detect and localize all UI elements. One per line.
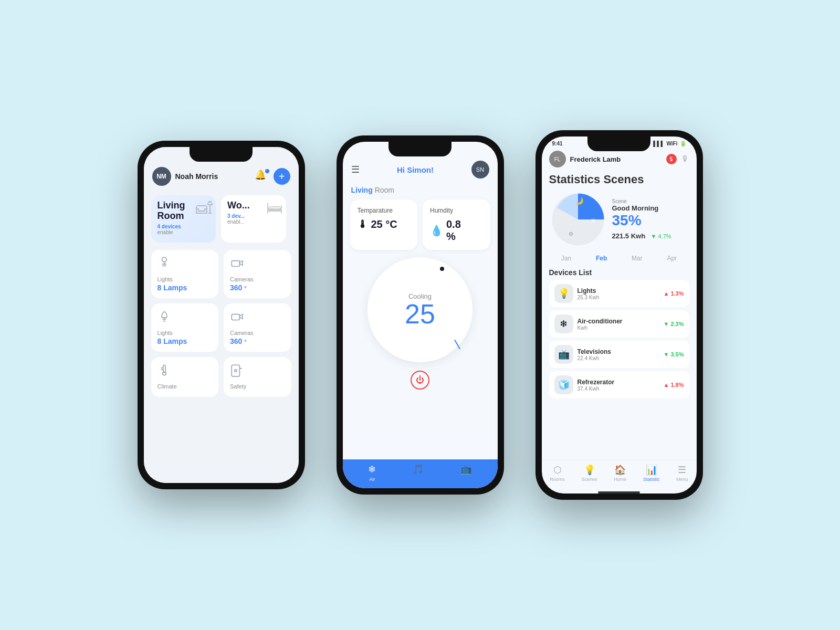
p3-status-icons: ▌▌▌ WiFi 🔋 [653, 141, 686, 146]
p2-temp-label: Temparature [358, 207, 411, 214]
p3-statistics-text: Statistics [549, 173, 604, 186]
p1-add-button[interactable]: + [274, 168, 290, 185]
p3-month-jan[interactable]: Jan [561, 255, 571, 262]
p3-nav-scenes[interactable]: 💡 Scenes [582, 464, 597, 482]
p1-avatar-initials: NM [156, 173, 166, 180]
p1-device-safety[interactable]: Safety [224, 357, 291, 397]
phone-3-screen: 9:41 ▌▌▌ WiFi 🔋 FL Frederick Lamb 5 🎙 [542, 136, 697, 494]
p1-room-other[interactable]: 🛏 Wo... 3 dev...enabl... [221, 195, 286, 243]
p2-nav-air[interactable]: ❄ Air [368, 464, 376, 482]
p2-room-active: Living [351, 186, 373, 194]
p1-device-cameras-1[interactable]: Cameras 360 ° [224, 250, 291, 298]
p1-device-climate[interactable]: Climate [151, 357, 219, 397]
p1-device-cameras-2[interactable]: Cameras 360 ° [224, 303, 291, 352]
p1-cameras-icon-2 [230, 310, 244, 327]
p1-avatar: NM [152, 167, 171, 186]
p3-header: FL Frederick Lamb 5 🎙 [542, 149, 697, 173]
p2-user-avatar: SN [471, 161, 489, 178]
p3-tv-device-name: Televisions [578, 348, 659, 355]
p1-cameras-icon-1 [230, 256, 244, 273]
p3-nav-rooms-icon: ⬡ [553, 464, 562, 476]
p3-nav-home-label: Home [614, 477, 626, 482]
p1-device-lights-1[interactable]: Lights 8 Lamps [151, 250, 219, 298]
p2-arc-line [454, 340, 460, 349]
p3-month-feb[interactable]: Feb [596, 255, 607, 262]
p3-signal-icon: ▌▌▌ [653, 141, 664, 146]
p3-tv-device-icon: 📺 [554, 345, 573, 364]
svg-text:🌙: 🌙 [575, 196, 584, 205]
p1-room-living[interactable]: 🛋 LivingRoom 4 devicesenable [151, 195, 216, 243]
p2-nav-music-icon: 🎵 [412, 464, 424, 475]
p3-month-apr[interactable]: Apr [667, 255, 677, 262]
p3-chart-kwh-change: ▼ 4.7% [651, 233, 671, 239]
svg-point-17 [235, 370, 237, 372]
p1-cameras-label-1: Cameras [230, 276, 254, 282]
p3-nav-statistic[interactable]: 📊 Statistic [643, 464, 660, 482]
p2-room-inactive: Room [375, 186, 394, 194]
p1-lights-icon-2 [158, 310, 171, 327]
p3-scene-label: Scene [612, 198, 689, 204]
p3-nav-scenes-icon: 💡 [584, 464, 595, 476]
p1-bell-button[interactable]: 🔔 [255, 169, 269, 184]
p3-ac-change: ▼ 2.3% [663, 321, 684, 327]
svg-rect-9 [232, 314, 239, 320]
p3-tv-device-info: Televisions 22.4 Kwh [578, 348, 659, 361]
phone-3: 9:41 ▌▌▌ WiFi 🔋 FL Frederick Lamb 5 🎙 [536, 130, 703, 500]
p3-lights-device-name: Lights [578, 287, 659, 295]
p3-ac-device-info: Air-conditioner Kwh [578, 318, 659, 331]
phone-2: ☰ Hi Simon! SN Living Room Temparature 🌡 [337, 135, 504, 495]
p3-fridge-device-icon: 🧊 [554, 375, 573, 394]
phone-1-content: NM Noah Morris 🔔 + 🛋 LivingRoom 4 device… [144, 147, 299, 483]
p2-temperature-card: Temparature 🌡 25 °C [350, 200, 418, 250]
p3-ac-device-icon: ❄ [554, 314, 573, 333]
p1-rooms-row: 🛋 LivingRoom 4 devicesenable 🛏 Wo... 3 d… [144, 191, 299, 246]
p1-room-other-illustration: 🛏 [266, 198, 283, 218]
phone-2-screen: ☰ Hi Simon! SN Living Room Temparature 🌡 [343, 142, 498, 488]
p3-battery-icon: 🔋 [680, 141, 686, 146]
p1-lights-label-1: Lights [158, 276, 173, 282]
p3-nav-statistic-icon: 📊 [646, 464, 657, 476]
p2-thermostat-circle[interactable]: Cooling 25 [368, 257, 472, 362]
p2-temp-icon: 🌡 [358, 218, 368, 230]
p3-section-title: Statistics Scenes [542, 173, 697, 191]
phone-2-content: ☰ Hi Simon! SN Living Room Temparature 🌡 [343, 142, 498, 488]
p1-cameras-label-2: Cameras [230, 330, 254, 336]
svg-rect-4 [232, 261, 239, 267]
p3-tv-change: ▼ 3.5% [663, 351, 684, 358]
p3-scenes-text: Scenes [603, 173, 644, 186]
p2-power-button[interactable]: ⏻ [411, 371, 429, 390]
p2-nav-tv[interactable]: 📺 [460, 464, 472, 482]
p3-chart-info: Scene Good Morning 35% 221.5 Kwh ▼ 4.7% [612, 198, 689, 240]
p3-notification-badge[interactable]: 5 [666, 154, 677, 164]
p3-device-row-fridge: 🧊 Refrezerator 37.4 Kwh ▲ 1.8% [549, 371, 689, 398]
p2-menu-icon[interactable]: ☰ [351, 164, 360, 175]
p2-humidity-card: Humdity 💧 0.8% [423, 200, 490, 250]
svg-text:⚙: ⚙ [569, 231, 573, 237]
p1-cameras-value-2: 360 ° [230, 337, 247, 345]
p3-ac-device-name: Air-conditioner [578, 318, 659, 325]
p3-wifi-icon: WiFi [666, 141, 677, 146]
p3-fridge-device-info: Refrezerator 37.4 Kwh [578, 379, 659, 392]
p1-lights-label-2: Lights [158, 330, 173, 336]
p2-humidity-icon: 💧 [430, 224, 443, 237]
p2-nav-music[interactable]: 🎵 [412, 464, 424, 482]
svg-rect-15 [232, 365, 239, 376]
p1-username: Noah Morris [175, 172, 250, 181]
p3-nav-menu[interactable]: ☰ Menu [676, 464, 688, 482]
p3-nav-home-icon: 🏠 [614, 464, 626, 476]
p2-humidity-value: 💧 0.8% [430, 218, 483, 243]
p3-device-list: 💡 Lights 25.3 Kwh ▲ 1.3% ❄ Air-condition… [542, 280, 697, 457]
phone-1-notch [190, 147, 253, 162]
svg-rect-11 [163, 365, 165, 372]
p3-device-row-ac: ❄ Air-conditioner Kwh ▼ 2.3% [549, 310, 689, 338]
p1-device-lights-2[interactable]: Lights 8 Lamps [151, 303, 219, 352]
p3-home-bar [598, 491, 640, 494]
p1-lights-value-1: 8 Lamps [158, 284, 187, 292]
p2-thermostat-area: Cooling 25 ⏻ [343, 257, 498, 459]
p3-nav-rooms[interactable]: ⬡ Rooms [550, 464, 565, 482]
p3-nav-home[interactable]: 🏠 Home [614, 464, 626, 482]
p3-chart-area: 🌙 ☀ ⚙ Scene Good Morning 35% 221.5 Kwh [542, 191, 697, 248]
p3-lights-device-kwh: 25.3 Kwh [578, 295, 659, 300]
p3-devices-title: Devices List [542, 266, 697, 280]
p3-month-mar[interactable]: Mar [632, 255, 643, 262]
